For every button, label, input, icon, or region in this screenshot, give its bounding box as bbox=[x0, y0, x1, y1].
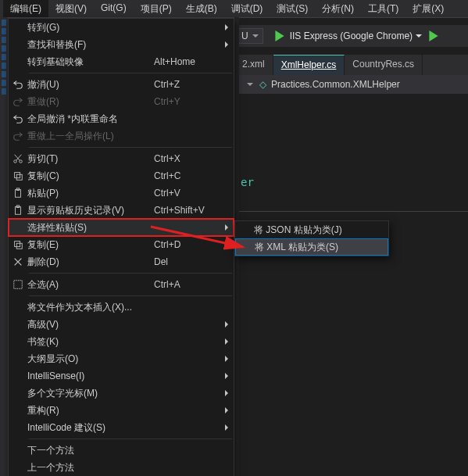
menu-shortcut: Ctrl+A bbox=[154, 279, 223, 290]
menu-label: 删除(D) bbox=[27, 256, 154, 269]
menu-label: 多个文字光标(M) bbox=[27, 387, 154, 400]
menu-cut[interactable]: 剪切(T) Ctrl+X bbox=[9, 150, 234, 167]
menu-separator bbox=[29, 147, 232, 148]
menu-shortcut: Ctrl+C bbox=[154, 170, 223, 181]
menu-outlining[interactable]: 大纲显示(O) bbox=[9, 350, 234, 367]
menu-label: 重做(R) bbox=[27, 95, 154, 109]
menu-shortcut: Ctrl+Shift+V bbox=[154, 205, 223, 216]
menu-global-undo[interactable]: 全局撤消 *内联重命名 bbox=[9, 110, 234, 127]
run-button[interactable]: IIS Express (Google Chrome) bbox=[290, 30, 413, 41]
menu-label: 转到基础映像 bbox=[27, 55, 154, 69]
menubar-item-view[interactable]: 视图(V) bbox=[48, 0, 94, 17]
menu-shortcut: Alt+Home bbox=[154, 56, 223, 67]
menu-goto-base[interactable]: 转到基础映像 Alt+Home bbox=[9, 53, 234, 70]
menu-separator bbox=[29, 273, 232, 274]
play-icon bbox=[428, 30, 439, 41]
menu-select-all[interactable]: 全选(A) Ctrl+A bbox=[9, 276, 234, 293]
chevron-down-icon[interactable] bbox=[416, 34, 422, 41]
menu-paste[interactable]: 粘贴(P) Ctrl+V bbox=[9, 184, 234, 202]
menubar-item-test[interactable]: 测试(S) bbox=[270, 0, 315, 17]
menu-multi-caret[interactable]: 多个文字光标(M) bbox=[9, 385, 234, 402]
delete-icon bbox=[9, 256, 27, 267]
menu-label: 重构(R) bbox=[27, 404, 154, 417]
chevron-down-icon[interactable] bbox=[247, 83, 253, 89]
redo-icon bbox=[9, 96, 27, 107]
svg-rect-6 bbox=[16, 207, 21, 215]
menubar-item-project[interactable]: 项目(P) bbox=[134, 0, 179, 17]
redo-icon bbox=[9, 131, 27, 141]
tab-file-0[interactable]: 2.xml bbox=[234, 55, 273, 75]
menu-goto[interactable]: 转到(G) bbox=[9, 19, 234, 36]
chevron-right-icon bbox=[225, 41, 231, 48]
svg-rect-10 bbox=[14, 281, 23, 289]
chevron-right-icon bbox=[225, 407, 231, 413]
tab-file-1[interactable]: XmlHelper.cs bbox=[273, 55, 345, 75]
menu-shortcut: Ctrl+Y bbox=[154, 96, 223, 107]
menu-next-method[interactable]: 下一个方法 bbox=[9, 442, 234, 459]
menu-label: IntelliSense(I) bbox=[27, 370, 154, 381]
submenu-paste-xml[interactable]: 将 XML 粘贴为类(S) bbox=[235, 238, 388, 256]
menubar: 编辑(E) 视图(V) Git(G) 项目(P) 生成(B) 调试(D) 测试(… bbox=[0, 0, 468, 18]
menu-intellisense[interactable]: IntelliSense(I) bbox=[9, 367, 234, 385]
menubar-item-debug[interactable]: 调试(D) bbox=[224, 0, 270, 17]
menu-label: 大纲显示(O) bbox=[27, 353, 154, 366]
breadcrumb-bar: ◇ Practices.Common.XMLHelper bbox=[234, 75, 468, 95]
menu-label: 将 XML 粘贴为类(S) bbox=[255, 241, 388, 254]
menu-shortcut: Ctrl+Z bbox=[154, 79, 223, 90]
tab-file-2[interactable]: CountryRes.cs bbox=[345, 55, 423, 75]
svg-rect-9 bbox=[16, 243, 22, 249]
menu-bookmarks[interactable]: 书签(K) bbox=[9, 333, 234, 350]
menu-undo[interactable]: 撤消(U) Ctrl+Z bbox=[9, 76, 234, 93]
menu-label: 上一个方法 bbox=[27, 461, 154, 474]
editor-tab-strip: 2.xml XmlHelper.cs CountryRes.cs bbox=[234, 55, 468, 75]
menu-refactor[interactable]: 重构(R) bbox=[9, 402, 234, 419]
svg-rect-8 bbox=[15, 242, 20, 247]
submenu-paste-json[interactable]: 将 JSON 粘贴为类(J) bbox=[235, 221, 388, 238]
chevron-right-icon bbox=[225, 424, 231, 431]
chevron-right-icon bbox=[225, 24, 231, 30]
menu-redo-last-global: 重做上一全局操作(L) bbox=[9, 127, 234, 145]
menu-insert-file-as-text[interactable]: 将文件作为文本插入(X)... bbox=[9, 299, 234, 316]
menu-copy[interactable]: 复制(C) Ctrl+C bbox=[9, 167, 234, 184]
undo-icon bbox=[9, 79, 27, 90]
toolbar: U IIS Express (Google Chrome) bbox=[234, 25, 468, 47]
menu-label: 复制(C) bbox=[27, 170, 154, 183]
chevron-right-icon bbox=[225, 390, 231, 396]
menu-label: IntelliCode 建议(S) bbox=[27, 421, 154, 435]
svg-rect-4 bbox=[16, 190, 21, 198]
menu-label: 查找和替换(F) bbox=[27, 38, 154, 52]
select-all-icon bbox=[9, 279, 27, 290]
menu-shortcut: Ctrl+D bbox=[154, 239, 223, 250]
menu-separator bbox=[29, 73, 232, 73]
menu-intellicode[interactable]: IntelliCode 建议(S) bbox=[9, 419, 234, 436]
menu-prev-method[interactable]: 上一个方法 bbox=[9, 459, 234, 476]
menu-duplicate[interactable]: 复制(E) Ctrl+D bbox=[9, 236, 234, 253]
menubar-item-tools[interactable]: 工具(T) bbox=[361, 0, 405, 17]
menu-shortcut: Ctrl+X bbox=[154, 153, 223, 164]
menu-delete[interactable]: 删除(D) Del bbox=[9, 253, 234, 270]
clipboard-icon bbox=[9, 188, 27, 199]
menu-separator bbox=[29, 438, 232, 439]
scissors-icon bbox=[9, 153, 27, 164]
play-icon bbox=[274, 30, 285, 41]
menu-clipboard-history[interactable]: 显示剪贴板历史记录(V) Ctrl+Shift+V bbox=[9, 202, 234, 219]
svg-point-0 bbox=[14, 160, 17, 163]
menu-label: 将文件作为文本插入(X)... bbox=[27, 301, 154, 314]
chevron-right-icon bbox=[225, 373, 231, 379]
menubar-item-edit[interactable]: 编辑(E) bbox=[3, 0, 48, 17]
menu-paste-special[interactable]: 选择性粘贴(S) bbox=[9, 219, 234, 236]
menu-label: 撤消(U) bbox=[27, 78, 154, 91]
breadcrumb-path[interactable]: Practices.Common.XMLHelper bbox=[271, 79, 400, 90]
menu-label: 重做上一全局操作(L) bbox=[27, 130, 154, 143]
menubar-item-build[interactable]: 生成(B) bbox=[179, 0, 224, 17]
menubar-item-git[interactable]: Git(G) bbox=[94, 0, 134, 17]
menu-find-replace[interactable]: 查找和替换(F) bbox=[9, 36, 234, 53]
copy-icon bbox=[9, 239, 27, 250]
menubar-item-analyze[interactable]: 分析(N) bbox=[315, 0, 361, 17]
menu-label: 书签(K) bbox=[27, 335, 154, 349]
menu-label: 转到(G) bbox=[27, 21, 154, 34]
menu-separator bbox=[29, 295, 232, 296]
menu-redo: 重做(R) Ctrl+Y bbox=[9, 93, 234, 110]
menu-advanced[interactable]: 高级(V) bbox=[9, 316, 234, 333]
menubar-item-ext[interactable]: 扩展(X) bbox=[405, 0, 451, 17]
